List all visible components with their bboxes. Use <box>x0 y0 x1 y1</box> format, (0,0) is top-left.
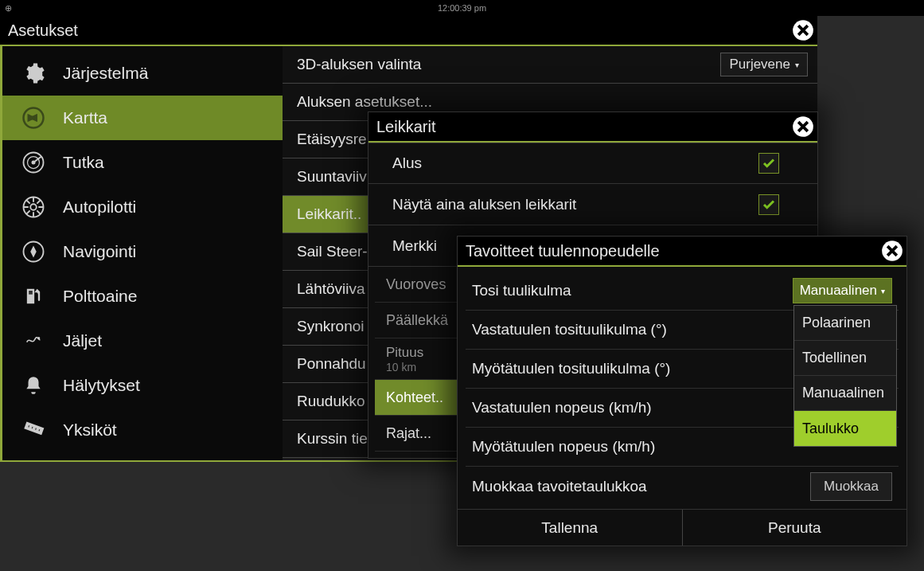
clock: 12:00:39 pm <box>438 3 486 13</box>
bell-icon <box>20 372 47 399</box>
fuel-icon <box>20 283 47 310</box>
sidebar-item-fuel[interactable]: Polttoaine <box>2 274 283 319</box>
gear-icon <box>20 60 47 87</box>
chevron-down-icon: ▾ <box>795 61 799 69</box>
sidebar-item-units[interactable]: Yksiköt <box>2 408 283 452</box>
sidebar-item-tracks[interactable]: Jäljet <box>2 319 283 363</box>
laylines-title: Leikkarit <box>376 118 435 136</box>
radar-icon <box>20 149 47 176</box>
settings-header: Asetukset <box>0 16 817 46</box>
sidebar-item-label: Tutka <box>63 153 104 172</box>
close-icon <box>792 19 814 41</box>
sidebar-item-label: Jäljet <box>63 331 102 350</box>
sidebar-item-autopilot[interactable]: Autopilotti <box>2 185 283 229</box>
sidebar-item-alarms[interactable]: Hälytykset <box>2 363 283 408</box>
sidebar-item-label: Polttoaine <box>63 287 137 306</box>
check-vessel[interactable]: Alus <box>368 143 817 184</box>
checkbox[interactable] <box>758 194 779 215</box>
cancel-button[interactable]: Peruuta <box>683 510 907 546</box>
checkbox[interactable] <box>758 153 779 174</box>
check-icon <box>762 156 776 170</box>
laylines-header: Leikkarit <box>368 112 817 143</box>
wheel-icon <box>20 194 47 221</box>
menu-item-polar[interactable]: Polaarinen <box>794 306 896 341</box>
svg-rect-8 <box>29 291 33 295</box>
check-icon <box>762 198 776 212</box>
globe-chart-icon <box>20 104 47 131</box>
menu-item-actual[interactable]: Todellinen <box>794 341 896 376</box>
twa-dropdown[interactable]: Manuaalinen▾ <box>793 278 892 303</box>
close-button[interactable] <box>789 17 817 44</box>
sidebar-item-radar[interactable]: Tutka <box>2 140 283 185</box>
check-always-show[interactable]: Näytä aina aluksen leikkarit <box>368 184 817 225</box>
sidebar-item-system[interactable]: Järjestelmä <box>2 51 283 96</box>
row-3d-vessel[interactable]: 3D-aluksen valinta Purjevene▾ <box>283 46 817 84</box>
sidebar-item-chart[interactable]: Kartta <box>2 96 283 140</box>
sidebar-item-label: Navigointi <box>63 242 136 261</box>
menu-item-manual[interactable]: Manuaalinen <box>794 376 896 411</box>
save-button[interactable]: Tallenna <box>458 510 683 546</box>
svg-point-9 <box>37 337 40 339</box>
row-edit-table: Muokkaa tavoitetaulukkoa Muokkaa <box>466 467 899 506</box>
row-label: 3D-aluksen valinta <box>297 56 421 73</box>
svg-point-6 <box>30 204 37 210</box>
compass-icon <box>20 238 47 265</box>
close-icon <box>792 115 814 138</box>
globe-icon: ⊕ <box>5 3 12 14</box>
svg-rect-10 <box>24 421 44 435</box>
targets-footer: Tallenna Peruuta <box>458 509 906 546</box>
sidebar-item-label: Kartta <box>63 108 107 127</box>
chevron-down-icon: ▾ <box>881 287 885 295</box>
sidebar-item-label: Hälytykset <box>63 376 140 395</box>
close-button[interactable] <box>878 237 906 264</box>
sidebar-item-label: Yksiköt <box>63 420 117 440</box>
status-bar: ⊕ 12:00:39 pm <box>0 0 924 16</box>
tracks-icon <box>20 327 47 354</box>
sidebar-item-label: Järjestelmä <box>63 64 148 83</box>
sidebar-item-label: Autopilotti <box>63 198 136 217</box>
vessel-dropdown[interactable]: Purjevene▾ <box>720 53 808 76</box>
settings-title: Asetukset <box>8 22 78 40</box>
close-icon <box>881 240 903 262</box>
ruler-icon <box>20 417 47 444</box>
targets-title: Tavoitteet tuulennopeudelle <box>466 242 660 260</box>
edit-button[interactable]: Muokkaa <box>810 472 892 501</box>
settings-sidebar: Järjestelmä Kartta Tutka Autopilotti Nav… <box>0 46 283 460</box>
menu-item-table[interactable]: Taulukko <box>794 411 896 446</box>
twa-menu: Polaarinen Todellinen Manuaalinen Tauluk… <box>793 305 897 447</box>
targets-header: Tavoitteet tuulennopeudelle <box>458 237 906 267</box>
sidebar-item-navigation[interactable]: Navigointi <box>2 229 283 274</box>
close-button[interactable] <box>789 113 817 140</box>
